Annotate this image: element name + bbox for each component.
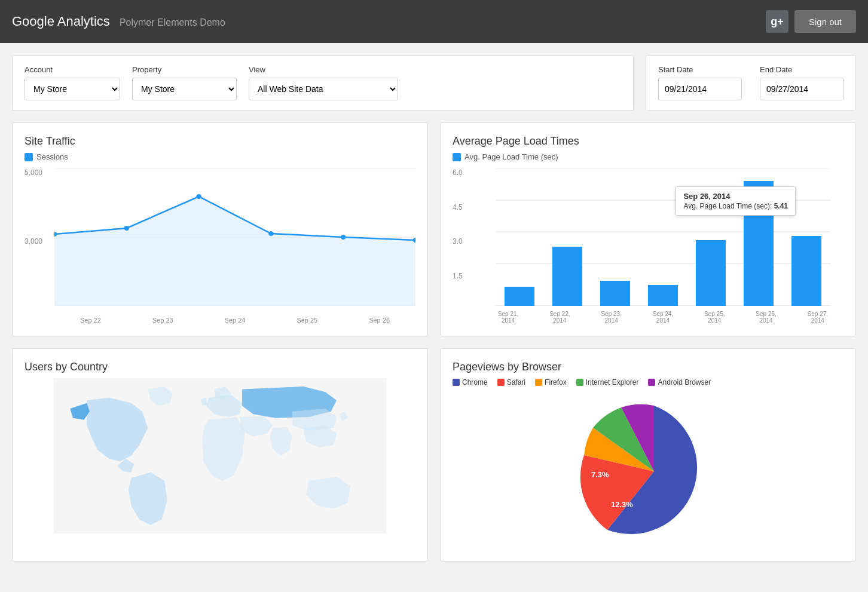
view-group: View All Web Site Data [249,65,398,100]
end-date-label: End Date [760,65,843,74]
tooltip-content: Avg. Page Load Time (sec): 5.41 [683,202,788,210]
svg-text:7.3%: 7.3% [591,470,609,479]
gplus-button[interactable]: g+ [766,10,788,33]
property-group: Property My Store [132,65,237,100]
page-load-legend-dot [453,153,461,161]
pie-area: 12.3% 7.3% [453,394,843,549]
line-chart-svg [54,168,415,306]
legend-safari: Safari [497,378,525,387]
svg-rect-19 [696,240,726,306]
tooltip-box: Sep 26, 2014 Avg. Page Load Time (sec): … [676,186,796,216]
chrome-label: Chrome [462,378,488,387]
view-label: View [249,65,398,74]
users-country-title: Users by Country [25,361,415,373]
sessions-legend-label: Sessions [36,152,68,161]
main-content: Account My Store Property My Store View … [0,43,868,585]
page-load-card: Average Page Load Times Avg. Page Load T… [440,122,856,336]
site-traffic-title: Site Traffic [25,135,415,148]
date-card: Start Date End Date [646,55,856,111]
y-axis: 5,000 3,000 [25,168,54,306]
line-chart-inner [54,168,415,306]
sessions-legend-dot [25,153,33,161]
world-map-svg [25,378,415,533]
ie-dot [576,379,583,386]
charts-row-2: Users by Country [12,348,856,562]
android-dot [648,379,655,386]
legend-firefox: Firefox [535,378,567,387]
legend-ie: Internet Explorer [576,378,639,387]
view-select[interactable]: All Web Site Data [249,78,398,100]
site-traffic-legend: Sessions [25,152,415,161]
svg-point-6 [196,194,201,199]
safari-label: Safari [507,378,525,387]
signout-button[interactable]: Sign out [794,10,856,33]
android-label: Android Browser [658,378,711,387]
end-date-input[interactable] [760,78,843,100]
svg-point-5 [124,226,129,231]
pie-legend: Chrome Safari Firefox Internet Explorer … [453,378,843,387]
page-load-legend-label: Avg. Page Load Time (sec) [464,152,558,161]
site-traffic-card: Site Traffic Sessions 5,000 3,000 [12,122,428,336]
property-label: Property [132,65,237,74]
page-load-legend: Avg. Page Load Time (sec) [453,152,843,161]
tooltip-metric: Avg. Page Load Time (sec): [683,202,772,210]
start-date-label: Start Date [658,65,742,74]
page-load-title: Average Page Load Times [453,135,843,148]
tooltip-date: Sep 26, 2014 [683,192,788,201]
bar-x-axis: Sep 21,2014 Sep 22,2014 Sep 23,2014 Sep … [482,299,843,324]
ie-label: Internet Explorer [586,378,639,387]
header: Google Analytics Polymer Elements Demo g… [0,0,868,43]
pageviews-by-browser-card: Pageviews by Browser Chrome Safari Firef… [440,348,856,562]
map-area [25,378,415,533]
firefox-label: Firefox [545,378,567,387]
x-axis: Sep 22 Sep 23 Sep 24 Sep 25 Sep 26 [54,307,415,324]
svg-point-7 [268,231,274,236]
filter-card: Account My Store Property My Store View … [12,55,634,111]
line-chart-area: 5,000 3,000 [25,168,415,324]
app-title: Google Analytics [12,14,110,29]
svg-text:12.3%: 12.3% [611,500,633,509]
legend-android: Android Browser [648,378,711,387]
svg-point-8 [341,235,346,240]
users-by-country-card: Users by Country [12,348,428,562]
svg-rect-21 [791,236,821,306]
pie-chart-svg: 12.3% 7.3% [558,394,738,549]
svg-marker-3 [54,197,415,306]
pageviews-title: Pageviews by Browser [453,361,843,373]
tooltip-value: 5.41 [774,202,788,210]
start-date-group: Start Date [658,65,742,100]
account-label: Account [25,65,120,74]
firefox-dot [535,379,542,386]
header-left: Google Analytics Polymer Elements Demo [12,14,225,29]
bar-chart-area: Sep 26, 2014 Avg. Page Load Time (sec): … [453,168,843,324]
safari-dot [497,379,505,386]
start-date-input[interactable] [658,78,742,100]
app-subtitle: Polymer Elements Demo [120,17,225,28]
property-select[interactable]: My Store [132,78,237,100]
charts-row-1: Site Traffic Sessions 5,000 3,000 [12,122,856,336]
account-select[interactable]: My Store [25,78,120,100]
end-date-group: End Date [760,65,843,100]
bar-y-axis: 6.0 4.5 3.0 1.5 [453,168,482,306]
legend-chrome: Chrome [453,378,488,387]
chrome-dot [453,379,460,386]
account-group: Account My Store [25,65,120,100]
svg-rect-16 [552,247,582,306]
header-right: g+ Sign out [766,10,856,33]
